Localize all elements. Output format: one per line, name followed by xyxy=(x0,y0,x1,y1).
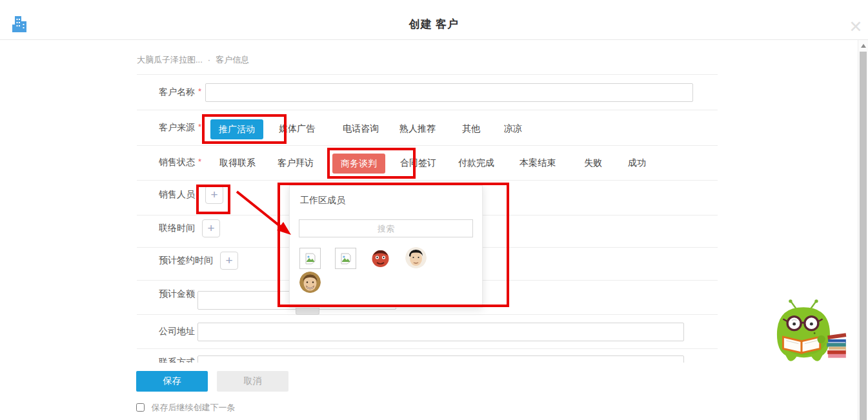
red-face-avatar-icon xyxy=(370,247,391,268)
status-option[interactable]: 本案结束 xyxy=(520,157,556,169)
company-address-label: 公司地址 xyxy=(159,326,195,337)
customer-name-label: 客户名称* xyxy=(159,86,201,98)
status-option-selected[interactable]: 商务谈判 xyxy=(332,154,385,174)
continue-create-row: 保存后继续创建下一条 xyxy=(136,401,235,412)
expected-sign-time-label: 预计签约时间 xyxy=(159,255,213,266)
member-search-input[interactable] xyxy=(299,219,473,237)
member-avatar-broken-image[interactable] xyxy=(335,248,356,269)
divider xyxy=(137,180,718,181)
divider xyxy=(137,314,718,315)
sales-person-label: 销售人员 xyxy=(159,189,195,201)
customer-source-label: 客户来源* xyxy=(159,122,201,134)
create-customer-modal: 创建 客户 ✕ 大脑瓜子泽拉图...·客户信息 客户名称* 客户来源* 推广活动… xyxy=(0,0,868,420)
divider xyxy=(137,348,718,349)
divider xyxy=(137,110,718,110)
scrollbar-up-arrow[interactable] xyxy=(861,44,866,48)
breadcrumb: 大脑瓜子泽拉图...·客户信息 xyxy=(137,54,249,66)
close-icon[interactable]: ✕ xyxy=(846,17,865,36)
status-option[interactable]: 客户拜访 xyxy=(278,157,314,169)
book-stack-icon xyxy=(827,333,846,357)
status-option[interactable]: 合同签订 xyxy=(400,157,436,169)
required-mark: * xyxy=(198,122,201,132)
member-avatar-broken-image[interactable] xyxy=(299,248,321,269)
continue-create-checkbox[interactable] xyxy=(136,403,145,412)
divider xyxy=(137,74,718,75)
required-mark: * xyxy=(198,86,201,96)
contact-time-label: 联络时间 xyxy=(159,223,195,234)
continue-create-label: 保存后继续创建下一条 xyxy=(151,403,235,412)
workspace-members-popup: 工作区成员 xyxy=(289,185,483,308)
breadcrumb-separator: · xyxy=(208,55,210,65)
source-option-selected[interactable]: 推广活动 xyxy=(210,119,263,139)
contact-method-label: 联系方式 xyxy=(159,357,195,363)
page-title: 创建 客户 xyxy=(0,17,868,32)
add-contact-time-button[interactable]: + xyxy=(202,219,220,237)
source-option[interactable]: 电话咨询 xyxy=(343,123,379,135)
member-avatar-smiling-man[interactable] xyxy=(299,272,321,293)
member-avatar-man[interactable] xyxy=(405,247,427,268)
member-avatar-red-face[interactable] xyxy=(370,247,391,268)
status-option[interactable]: 失败 xyxy=(584,157,602,169)
sales-status-label: 销售状态* xyxy=(159,157,201,168)
man-avatar-icon xyxy=(405,247,427,268)
source-option[interactable]: 熟人推荐 xyxy=(399,123,436,135)
breadcrumb-section: 客户信息 xyxy=(216,55,249,65)
status-option[interactable]: 付款完成 xyxy=(458,157,494,169)
modal-header: 创建 客户 ✕ xyxy=(0,0,868,40)
popup-title: 工作区成员 xyxy=(300,195,345,206)
expected-amount-label: 预计金额 xyxy=(159,288,195,300)
breadcrumb-workspace: 大脑瓜子泽拉图... xyxy=(137,55,203,65)
broken-image-icon xyxy=(340,253,352,265)
scrollbar-thumb[interactable] xyxy=(860,52,867,420)
add-sales-person-button[interactable]: + xyxy=(205,186,223,204)
required-mark: * xyxy=(198,157,201,166)
mascot-reading-android xyxy=(769,299,850,366)
status-option[interactable]: 取得联系 xyxy=(219,157,256,169)
scrollbar[interactable] xyxy=(858,40,868,420)
divider xyxy=(137,145,718,146)
save-button[interactable]: 保存 xyxy=(136,371,208,392)
contact-method-input[interactable] xyxy=(197,355,684,363)
hidden-element-tab xyxy=(296,308,319,315)
source-option[interactable]: 媒体广告 xyxy=(279,123,315,135)
source-option[interactable]: 凉凉 xyxy=(504,123,522,135)
smiling-man-avatar-icon xyxy=(299,272,321,293)
broken-image-icon xyxy=(305,253,316,265)
company-address-input[interactable] xyxy=(197,323,684,341)
status-option[interactable]: 成功 xyxy=(628,157,646,169)
source-option[interactable]: 其他 xyxy=(462,123,480,135)
customer-name-input[interactable] xyxy=(205,83,693,102)
cancel-button[interactable]: 取消 xyxy=(217,371,288,392)
add-sign-time-button[interactable]: + xyxy=(220,252,238,270)
